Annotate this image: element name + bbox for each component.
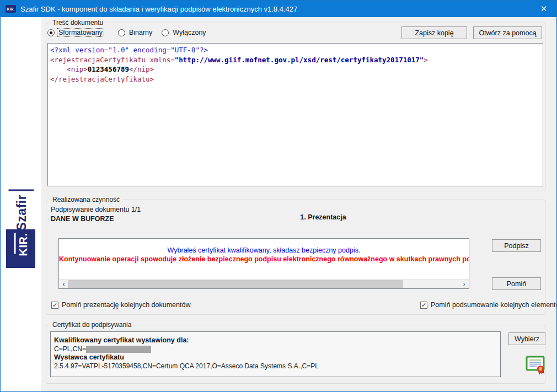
- radio-disabled[interactable]: Wyłączony: [162, 29, 207, 36]
- xml-namespace-value: "http://www.giif.mofnet.gov.pl/xsd/rest/…: [175, 56, 424, 64]
- document-view-radios: Sformatowany Binarny Wyłączony: [47, 28, 207, 37]
- radio-disabled-circle[interactable]: [162, 29, 169, 36]
- radio-formatted-circle[interactable]: [47, 29, 55, 36]
- save-copy-button[interactable]: Zapisz kopię: [401, 26, 467, 39]
- close-icon[interactable]: ✕: [531, 1, 556, 17]
- qualified-cert-info-text: Wybrałeś certyfikat kwalifikowany, skład…: [59, 246, 469, 254]
- xml-prolog: <?xml version="1.0" encoding="UTF-8"?>: [50, 46, 208, 54]
- signing-progress-label: Podpisywanie dokumentu 1/1: [51, 206, 141, 213]
- signing-certificate-group-title: Certyfikat do podpisywania: [50, 321, 133, 329]
- open-with-button[interactable]: Otwórz za pomocą: [473, 26, 542, 39]
- skip-presentation-checkmark-icon[interactable]: ✓: [51, 302, 58, 309]
- skip-summary-checkmark-icon[interactable]: ✓: [420, 302, 427, 309]
- xml-document-viewer[interactable]: <?xml version="1.0" encoding="UTF-8"?> <…: [47, 43, 543, 186]
- xml-nip-open-tag: <nip>: [50, 65, 88, 73]
- szafir-logo-text: Szafir: [14, 194, 29, 230]
- app-window: KIR. Szafir SDK - komponent do składania…: [0, 0, 557, 392]
- radio-formatted[interactable]: Sformatowany: [47, 29, 104, 36]
- choose-certificate-button[interactable]: Wybierz: [508, 332, 545, 345]
- cert-issuer-value: 2.5.4.97=VATPL-5170359458,CN=Certum QCA …: [54, 362, 497, 371]
- kir-app-icon: KIR.: [6, 5, 16, 13]
- skip-presentation-label[interactable]: Pomiń prezentację kolejnych dokumentów: [62, 301, 190, 309]
- signature-message-panel: Wybrałeś certyfikat kwalifikowany, skład…: [58, 238, 469, 289]
- radio-disabled-label[interactable]: Wyłączony: [172, 29, 207, 36]
- skip-summary-checkbox[interactable]: ✓ Pomiń podsumowanie kolejnych elementów: [420, 301, 557, 309]
- kir-logo: KIR.: [6, 229, 35, 268]
- cert-issued-for-label: Kwalifikowany certyfikat wystawiony dla:: [54, 336, 497, 345]
- kir-logo-text: KIR.: [17, 233, 28, 256]
- window-title: Szafir SDK - komponent do składania i we…: [20, 5, 297, 13]
- skip-presentation-checkbox[interactable]: ✓ Pomiń prezentację kolejnych dokumentów: [51, 301, 190, 309]
- scroll-right-icon[interactable]: ›: [459, 280, 469, 288]
- buffer-data-label: DANE W BUFORZE: [51, 215, 114, 223]
- radio-binary[interactable]: Binarny: [118, 29, 153, 36]
- kir-logo-line: [14, 233, 15, 254]
- xml-nip-close-tag: </nip>: [129, 65, 154, 73]
- cert-subject-line: C=PL,CN=: [54, 345, 497, 354]
- cert-issuer-label: Wystawca certyfikatu: [54, 353, 497, 362]
- step-label: 1. Prezentacja: [221, 213, 425, 221]
- radio-binary-circle[interactable]: [118, 29, 125, 36]
- scroll-left-icon[interactable]: ‹: [59, 280, 68, 288]
- xml-open-tag: <rejestracjaCertyfikatu xmlns=: [50, 56, 175, 64]
- title-bar: KIR. Szafir SDK - komponent do składania…: [1, 1, 556, 17]
- skip-summary-label[interactable]: Pomiń podsumowanie kolejnych elementów: [431, 301, 557, 309]
- redacted-subject-name: [86, 346, 151, 353]
- sign-button[interactable]: Podpisz: [492, 239, 541, 252]
- sidebar: Szafir KIR.: [1, 17, 41, 391]
- szafir-logo: Szafir: [6, 178, 36, 230]
- radio-binary-label[interactable]: Binarny: [128, 29, 153, 36]
- horizontal-scrollbar[interactable]: ‹ ›: [59, 279, 469, 288]
- xml-close-tag: </rejestracjaCertyfikatu>: [50, 75, 154, 83]
- legal-warning-text: Kontynuowanie operacji spowoduje złożeni…: [59, 255, 469, 263]
- xml-nip-value: 0123456789: [88, 65, 129, 73]
- certificate-icon: [526, 355, 545, 375]
- certificate-info-panel: Kwalifikowany certyfikat wystawiony dla:…: [50, 331, 501, 377]
- radio-formatted-label[interactable]: Sformatowany: [57, 29, 104, 36]
- current-action-group-title: Realizowana czynność: [50, 196, 122, 203]
- document-content-group-title: Treść dokumentu: [50, 19, 105, 26]
- skip-button[interactable]: Pomiń: [492, 277, 541, 290]
- scrollbar-thumb[interactable]: [68, 280, 403, 288]
- szafir-logo-bar: [8, 189, 34, 191]
